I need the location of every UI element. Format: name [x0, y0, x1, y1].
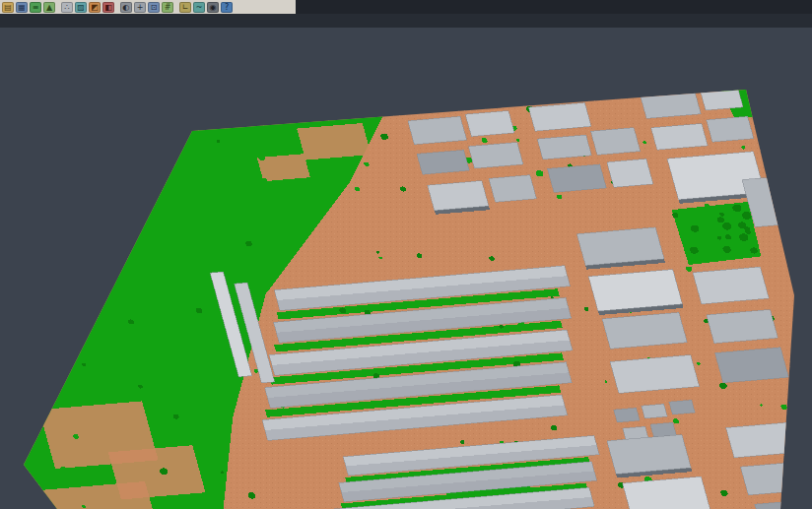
- grid-icon[interactable]: #: [162, 2, 173, 13]
- camera-icon[interactable]: ◉: [207, 2, 219, 13]
- help-icon[interactable]: ?: [221, 2, 233, 13]
- layers-icon[interactable]: ≡: [30, 2, 41, 13]
- mesh-icon[interactable]: ▨: [75, 2, 87, 13]
- save-icon[interactable]: ▦: [16, 2, 28, 13]
- terrain-mesh: [0, 28, 812, 509]
- 3d-viewport[interactable]: [0, 28, 812, 509]
- palette-icon[interactable]: ◧: [102, 2, 114, 13]
- terrain-icon[interactable]: ▲: [43, 2, 55, 13]
- settings-icon[interactable]: +: [134, 2, 146, 13]
- title-bar: ▤▦≡▲∴▨◩◧◐+⊡#∟~◉?: [0, 0, 812, 14]
- profile-icon[interactable]: ~: [193, 2, 205, 13]
- zoom-extents-icon[interactable]: ⊡: [148, 2, 160, 13]
- toolbar: ▤▦≡▲∴▨◩◧◐+⊡#∟~◉?: [0, 0, 296, 14]
- menu-strip: [0, 14, 812, 28]
- measure-icon[interactable]: ∟: [179, 2, 191, 13]
- open-icon[interactable]: ▤: [2, 2, 14, 13]
- classify-icon[interactable]: ◩: [89, 2, 101, 13]
- scene-svg[interactable]: [0, 28, 812, 509]
- contrast-icon[interactable]: ◐: [120, 2, 132, 13]
- points-icon[interactable]: ∴: [61, 2, 73, 13]
